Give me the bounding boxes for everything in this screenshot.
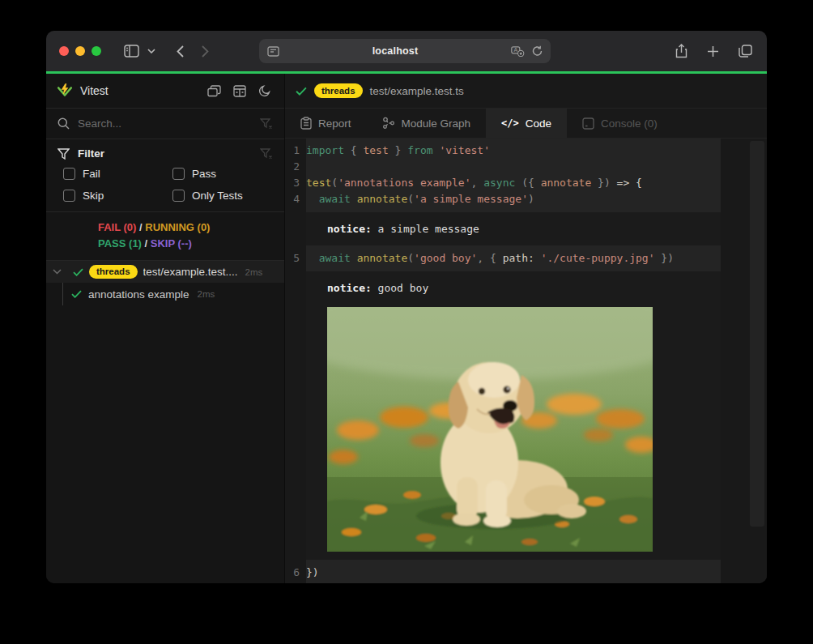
search-bar (46, 109, 284, 139)
tabs-overview-icon (739, 45, 752, 58)
tree-test-row[interactable]: annotations example 2ms (62, 283, 284, 305)
code-icon: </> (501, 117, 519, 129)
tree-file-row[interactable]: threads test/example.test.... 2ms (46, 261, 284, 283)
reload-icon[interactable] (532, 45, 543, 57)
tab-bar: Report Module Graph </> Code Console (0) (285, 109, 767, 139)
browser-window: localhost A Vitest (46, 31, 767, 583)
code-editor[interactable]: 1 import { test } from 'vitest' 2 3 test… (285, 139, 767, 583)
search-input[interactable] (78, 117, 252, 130)
zoom-window-button[interactable] (92, 46, 101, 56)
filter-option-pass[interactable]: Pass (167, 168, 273, 180)
tree-file-duration: 2ms (245, 267, 263, 277)
tab-console[interactable]: Console (0) (567, 109, 673, 138)
file-header: threads test/example.test.ts (285, 74, 767, 109)
code-line: 1 import { test } from 'vitest' (285, 143, 767, 159)
pool-badge: threads (89, 265, 138, 279)
code-line: 7 (285, 581, 767, 583)
dark-mode-toggle-button[interactable] (256, 82, 274, 100)
filter-header: Filter (57, 147, 273, 160)
code-line: 5 await annotate('good boy', { path: './… (285, 250, 767, 267)
sidebar-toggle-button[interactable] (121, 41, 143, 61)
vitest-logo-icon (57, 83, 73, 99)
checkbox[interactable] (172, 168, 185, 180)
checkbox[interactable] (172, 190, 185, 202)
toolbar-right-cluster (672, 31, 756, 71)
dashboard-button[interactable] (231, 83, 249, 100)
open-file-name: test/example.test.ts (370, 85, 464, 97)
check-icon (71, 290, 82, 298)
annotation-notice: notice: a simple message (306, 212, 721, 245)
filter-section: Filter Fail Pass Skip (46, 139, 284, 212)
svg-text:A: A (513, 47, 517, 53)
filter-option-fail[interactable]: Fail (57, 168, 164, 180)
filter-options: Fail Pass Skip Only Tests (57, 168, 273, 202)
traffic-lights (59, 46, 101, 56)
address-text: localhost (279, 45, 511, 57)
test-status-summary: FAIL (0) / RUNNING (0) PASS (1) / SKIP (… (46, 212, 284, 261)
filter-option-skip[interactable]: Skip (57, 190, 164, 202)
dashboard-icon (233, 85, 246, 97)
windows-stack-button[interactable] (205, 83, 223, 100)
filter-title: Filter (78, 147, 252, 160)
annotation-attachment-image[interactable] (327, 307, 653, 552)
code-line: 2 (285, 159, 767, 175)
windows-stack-icon (207, 85, 221, 97)
chevron-down-icon (147, 49, 155, 53)
share-icon (675, 44, 687, 58)
console-icon (582, 117, 594, 130)
scrollbar-thumb[interactable] (750, 141, 764, 527)
chevron-left-icon (177, 45, 184, 58)
clear-search-filter-icon[interactable] (260, 118, 273, 130)
pool-badge: threads (314, 83, 363, 97)
tab-report[interactable]: Report (285, 109, 367, 138)
close-window-button[interactable] (59, 46, 69, 56)
report-icon (300, 117, 312, 130)
code-line: 6 }) (285, 565, 767, 581)
app-content: Vitest Filter (46, 74, 767, 583)
translate-icon[interactable]: A (511, 46, 525, 57)
plus-icon (707, 45, 719, 58)
sidebar: Vitest Filter (46, 74, 285, 583)
checkbox[interactable] (63, 190, 75, 202)
sidebar-header: Vitest (46, 74, 284, 109)
running-count: RUNNING (0) (145, 221, 210, 233)
annotation-notice: notice: good boy (306, 271, 721, 560)
moon-icon (258, 84, 271, 97)
tab-code[interactable]: </> Code (486, 109, 567, 138)
chevron-down-icon[interactable] (53, 269, 62, 275)
module-graph-icon (382, 117, 395, 130)
tab-overview-button[interactable] (735, 41, 756, 61)
search-icon (57, 117, 70, 130)
checkbox[interactable] (63, 168, 75, 180)
page-icon (267, 46, 279, 57)
browser-toolbar: localhost A (46, 31, 767, 71)
back-button[interactable] (173, 42, 187, 61)
main-panel: threads test/example.test.ts Report Modu… (285, 74, 767, 583)
sidebar-icon (124, 45, 139, 58)
share-button[interactable] (672, 41, 691, 62)
clear-filter-icon[interactable] (260, 148, 273, 160)
tab-module-graph[interactable]: Module Graph (367, 109, 487, 138)
tree-file-name: test/example.test.... (143, 266, 238, 278)
minimize-window-button[interactable] (75, 46, 85, 56)
code-line: 3 test('annotations example', async ({ a… (285, 175, 767, 191)
tree-test-duration: 2ms (198, 289, 215, 299)
fail-count: FAIL (0) (98, 221, 136, 233)
address-bar[interactable]: localhost A (259, 39, 551, 63)
code-line: 4 await annotate('a simple message') (285, 191, 767, 207)
chevron-right-icon (202, 45, 209, 58)
tab-group-chevron-button[interactable] (144, 45, 159, 57)
funnel-icon (57, 148, 70, 160)
check-icon (296, 87, 307, 96)
new-tab-button[interactable] (704, 42, 722, 61)
status-line-1: FAIL (0) / RUNNING (0) (98, 220, 284, 236)
filter-option-only-tests[interactable]: Only Tests (167, 190, 273, 202)
pass-count: PASS (1) (98, 237, 142, 249)
forward-button[interactable] (198, 42, 212, 61)
skip-count: SKIP (--) (151, 237, 192, 249)
status-line-2: PASS (1) / SKIP (--) (98, 236, 284, 252)
tree-test-name: annotations example (88, 288, 189, 301)
app-title: Vitest (80, 84, 198, 97)
check-icon (73, 268, 83, 276)
